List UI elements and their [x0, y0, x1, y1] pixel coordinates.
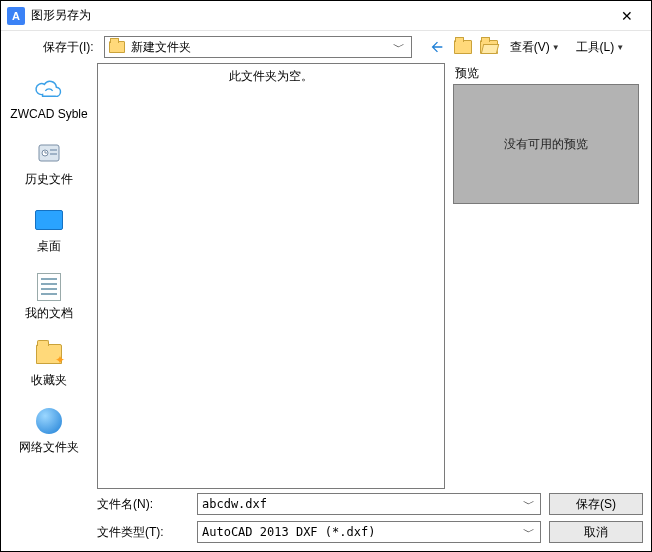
save-in-label: 保存于(I): — [43, 39, 94, 56]
chevron-down-icon: ▼ — [616, 43, 624, 52]
empty-folder-message: 此文件夹为空。 — [229, 68, 313, 85]
arrow-left-icon — [429, 39, 445, 55]
sidebar-item-my-documents[interactable]: 我的文档 — [7, 267, 91, 328]
sidebar-item-label: 我的文档 — [25, 305, 73, 322]
places-sidebar[interactable]: ZWCAD Syble 历史文件 桌面 我的文档 — [1, 63, 97, 551]
sidebar-item-label: 历史文件 — [25, 171, 73, 188]
sidebar-item-label: 网络文件夹 — [19, 439, 79, 456]
filename-row: 文件名(N): abcdw.dxf ﹀ 保存(S) — [97, 493, 643, 515]
view-menu[interactable]: 查看(V) ▼ — [506, 37, 564, 58]
chevron-down-icon: ﹀ — [522, 524, 536, 541]
sidebar-item-label: 收藏夹 — [31, 372, 67, 389]
folder-icon — [109, 41, 125, 53]
bottom-form: 文件名(N): abcdw.dxf ﹀ 保存(S) 文件类型(T): AutoC… — [97, 493, 651, 551]
save-button[interactable]: 保存(S) — [549, 493, 643, 515]
preview-box: 没有可用的预览 — [453, 84, 639, 204]
save-in-folder-name: 新建文件夹 — [131, 39, 391, 56]
sidebar-wrap: ZWCAD Syble 历史文件 桌面 我的文档 — [1, 63, 97, 551]
app-icon: A — [7, 7, 25, 25]
dialog-body: ZWCAD Syble 历史文件 桌面 我的文档 — [1, 63, 651, 551]
no-preview-text: 没有可用的预览 — [504, 136, 588, 153]
chevron-down-icon: ﹀ — [522, 496, 536, 513]
documents-icon — [34, 273, 64, 301]
folder-open-icon — [480, 40, 498, 54]
up-folder-button[interactable] — [454, 38, 472, 56]
cloud-icon — [34, 75, 64, 103]
cancel-button-label: 取消 — [584, 524, 608, 541]
filetype-value: AutoCAD 2013 DXF (*.dxf) — [202, 525, 522, 539]
sidebar-item-desktop[interactable]: 桌面 — [7, 200, 91, 261]
save-as-dialog: A 图形另存为 ✕ 保存于(I): 新建文件夹 ﹀ 查看(V) ▼ 工具(L) … — [0, 0, 652, 552]
view-menu-label: 查看(V) — [510, 39, 550, 56]
titlebar: A 图形另存为 ✕ — [1, 1, 651, 31]
sidebar-item-network[interactable]: 网络文件夹 — [7, 401, 91, 462]
center-column: 此文件夹为空。 预览 没有可用的预览 文件名(N): abcdw.dxf ﹀ — [97, 63, 651, 551]
save-in-combobox[interactable]: 新建文件夹 ﹀ — [104, 36, 412, 58]
close-button[interactable]: ✕ — [609, 2, 645, 30]
network-icon — [34, 407, 64, 435]
favorites-icon — [34, 340, 64, 368]
toolbar: 保存于(I): 新建文件夹 ﹀ 查看(V) ▼ 工具(L) ▼ — [1, 31, 651, 63]
tools-menu[interactable]: 工具(L) ▼ — [572, 37, 629, 58]
cancel-button[interactable]: 取消 — [549, 521, 643, 543]
filetype-label: 文件类型(T): — [97, 524, 189, 541]
svg-rect-3 — [50, 153, 57, 155]
sidebar-item-zwcad-syble[interactable]: ZWCAD Syble — [7, 69, 91, 127]
tools-menu-label: 工具(L) — [576, 39, 615, 56]
file-area: 此文件夹为空。 预览 没有可用的预览 — [97, 63, 651, 493]
sidebar-item-label: ZWCAD Syble — [10, 107, 87, 121]
open-folder-button[interactable] — [480, 38, 498, 56]
filetype-select[interactable]: AutoCAD 2013 DXF (*.dxf) ﹀ — [197, 521, 541, 543]
sidebar-item-label: 桌面 — [37, 238, 61, 255]
filetype-row: 文件类型(T): AutoCAD 2013 DXF (*.dxf) ﹀ 取消 — [97, 521, 643, 543]
history-icon — [34, 139, 64, 167]
window-title: 图形另存为 — [31, 7, 609, 24]
file-list[interactable]: 此文件夹为空。 — [97, 63, 445, 489]
filename-value: abcdw.dxf — [202, 497, 522, 511]
svg-rect-2 — [50, 149, 57, 151]
save-button-label: 保存(S) — [576, 496, 616, 513]
filename-input[interactable]: abcdw.dxf ﹀ — [197, 493, 541, 515]
preview-panel: 预览 没有可用的预览 — [453, 63, 643, 489]
chevron-down-icon: ▼ — [552, 43, 560, 52]
desktop-icon — [34, 206, 64, 234]
toolbar-icons: 查看(V) ▼ 工具(L) ▼ — [428, 37, 629, 58]
preview-label: 预览 — [455, 65, 643, 82]
chevron-down-icon: ﹀ — [391, 39, 407, 56]
sidebar-item-favorites[interactable]: 收藏夹 — [7, 334, 91, 395]
filename-label: 文件名(N): — [97, 496, 189, 513]
back-button[interactable] — [428, 38, 446, 56]
sidebar-item-history[interactable]: 历史文件 — [7, 133, 91, 194]
folder-icon — [454, 40, 472, 54]
